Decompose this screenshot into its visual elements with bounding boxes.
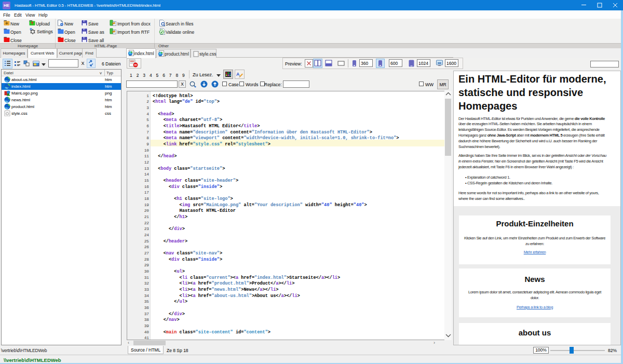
svg-text:A: A xyxy=(236,72,240,77)
